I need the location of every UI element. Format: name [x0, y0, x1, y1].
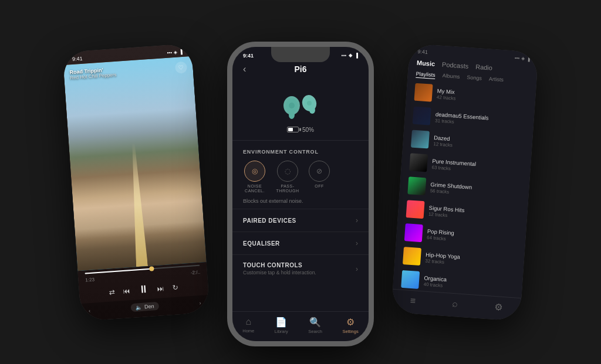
center-screen: 9:41 ▪▪▪ ◈ ▐ ‹ Pi6 — [232, 47, 369, 341]
volume-icon: 🔈 — [136, 304, 143, 310]
env-description: Blocks out external noise. — [232, 197, 369, 209]
tab-bar: ⌂ Home 📄 Library 🔍 Search ⚙ Settings — [232, 311, 369, 341]
playlist-info: Pop Rising 64 tracks — [427, 227, 518, 246]
arrow-right-left: › — [199, 300, 201, 305]
pass-through-icon: ◌ — [285, 167, 291, 175]
divider-1 — [232, 140, 369, 141]
settings-icon-right[interactable]: ⚙ — [494, 301, 503, 313]
right-battery-icon: ▐ — [526, 56, 530, 62]
subtab-artists[interactable]: Artists — [488, 76, 504, 84]
right-wifi-icon: ◈ — [521, 56, 525, 62]
equaliser-row[interactable]: EQUALISER › — [232, 232, 369, 254]
repeat-button[interactable]: ↻ — [172, 283, 178, 291]
right-screen: 9:41 ▪▪▪ ◈ ▐ Music Podcasts Radio Playli… — [391, 43, 539, 321]
playlist-thumbnail — [401, 270, 420, 288]
tab-search[interactable]: 🔍 Search — [308, 317, 322, 334]
touch-controls-left: TOUCH CONTROLS Customise tap & hold inte… — [243, 262, 316, 275]
off-btn[interactable]: ⊘ OFF — [309, 161, 330, 194]
right-time: 9:41 — [417, 48, 428, 55]
search-icon-right[interactable]: ⌕ — [451, 298, 458, 310]
noise-cancel-label: NOISE CANCEL. — [243, 184, 266, 194]
tab-podcasts[interactable]: Podcasts — [442, 60, 469, 69]
off-circle: ⊘ — [309, 161, 330, 182]
equaliser-label: EQUALISER — [243, 240, 280, 247]
center-status-icons: ▪▪▪ ◈ ▐ — [342, 53, 358, 58]
svg-point-2 — [289, 103, 295, 108]
search-icon: 🔍 — [309, 317, 321, 328]
pause-button[interactable]: ⏸ — [138, 283, 149, 295]
noise-cancellation-btn[interactable]: ◎ NOISE CANCEL. — [243, 161, 266, 194]
off-label: OFF — [315, 184, 324, 189]
playlist-thumbnail — [406, 200, 425, 219]
home-icon: ⌂ — [245, 317, 251, 327]
tab-settings[interactable]: ⚙ Settings — [343, 317, 359, 334]
library-icon: 📄 — [275, 317, 287, 328]
center-battery-icon: ▐ — [354, 53, 358, 58]
noise-cancel-icon: ◎ — [252, 167, 258, 175]
playlist-thumbnail — [409, 153, 428, 172]
pass-through-label: PASS-THROUGH — [276, 184, 299, 194]
tab-music[interactable]: Music — [417, 59, 435, 67]
device-selector[interactable]: 🔈 Den — [131, 301, 159, 311]
album-art: Road Trippin' Red Hot Chili Peppers ♡ — [63, 56, 207, 270]
page-title: Pi6 — [294, 64, 306, 74]
pass-through-btn[interactable]: ◌ PASS-THROUGH — [276, 161, 299, 194]
device-bar-left: ‹ — [89, 307, 91, 313]
library-icon[interactable]: ≡ — [410, 295, 416, 307]
playlist-thumbnail — [404, 223, 423, 242]
prev-button[interactable]: ⏮ — [123, 286, 130, 295]
nav-header: ‹ Pi6 — [232, 61, 369, 77]
playlist-thumbnail — [411, 130, 430, 148]
tab-label-settings: Settings — [343, 329, 359, 334]
tab-radio[interactable]: Radio — [475, 63, 493, 71]
left-status-icons: ▪▪▪ ◈ ▐ — [167, 49, 183, 55]
right-status-icons: ▪▪▪ ◈ ▐ — [514, 55, 530, 62]
road-image — [63, 56, 207, 270]
center-phone: 9:41 ▪▪▪ ◈ ▐ ‹ Pi6 — [227, 42, 374, 346]
equaliser-chevron: › — [356, 239, 358, 247]
tab-label-home: Home — [242, 328, 254, 334]
left-time: 9:41 — [72, 55, 83, 62]
subtab-songs[interactable]: Songs — [467, 74, 482, 82]
svg-point-7 — [309, 107, 315, 114]
touch-controls-row[interactable]: TOUCH CONTROLS Customise tap & hold inte… — [232, 254, 369, 283]
left-phone: 9:41 ▪▪▪ ◈ ▐ Road Trippin' Red Hot Chili… — [62, 43, 210, 321]
earbuds-image — [277, 87, 324, 122]
time-elapsed: 1:23 — [85, 277, 94, 283]
center-signal-icon: ▪▪▪ — [342, 53, 347, 58]
shuffle-button[interactable]: ⇄ — [109, 287, 115, 296]
touch-controls-chevron: › — [356, 265, 358, 273]
touch-controls-label: TOUCH CONTROLS — [243, 262, 316, 268]
right-signal-icon: ▪▪▪ — [514, 55, 519, 62]
subtab-albums[interactable]: Albums — [442, 72, 460, 80]
playlist-list: My Mix 42 tracks deadmau5 Essentials 31 … — [393, 79, 536, 297]
env-section-header: ENVIRONMENT CONTROL — [232, 143, 369, 158]
env-controls: ◎ NOISE CANCEL. ◌ PASS-THROUGH ⊘ OFF — [232, 158, 369, 198]
progress-dot — [149, 266, 154, 271]
signal-icon: ▪▪▪ — [167, 49, 172, 55]
touch-controls-subtitle: Customise tap & hold interaction. — [243, 270, 316, 275]
svg-point-3 — [289, 111, 295, 119]
wifi-icon: ◈ — [174, 49, 178, 55]
center-time: 9:41 — [243, 53, 254, 59]
battery-row: 50% — [287, 127, 314, 133]
next-button[interactable]: ⏭ — [157, 284, 164, 292]
playlist-thumbnail — [414, 83, 433, 101]
pass-through-circle: ◌ — [277, 161, 298, 182]
scene: 9:41 ▪▪▪ ◈ ▐ Road Trippin' Red Hot Chili… — [60, 12, 541, 352]
battery-fill — [288, 128, 293, 131]
settings-icon: ⚙ — [346, 317, 354, 328]
battery-indicator — [287, 127, 299, 132]
tab-library[interactable]: 📄 Library — [275, 317, 288, 334]
subtab-playlists[interactable]: Playlists — [416, 70, 435, 79]
playlist-info: Pure Instrumental 63 tracks — [431, 157, 522, 176]
paired-devices-row[interactable]: PAIRED DEVICES › — [232, 209, 369, 232]
device-visual: 50% — [232, 77, 369, 138]
tab-home[interactable]: ⌂ Home — [242, 317, 254, 334]
playlist-info: Organica 40 tracks — [423, 274, 514, 293]
playlist-info: Sigur Ros Hits 12 tracks — [428, 204, 519, 223]
center-wifi-icon: ◈ — [349, 53, 352, 58]
off-icon: ⊘ — [316, 167, 322, 175]
back-button[interactable]: ‹ — [243, 64, 246, 74]
noise-cancel-circle: ◎ — [244, 161, 265, 182]
